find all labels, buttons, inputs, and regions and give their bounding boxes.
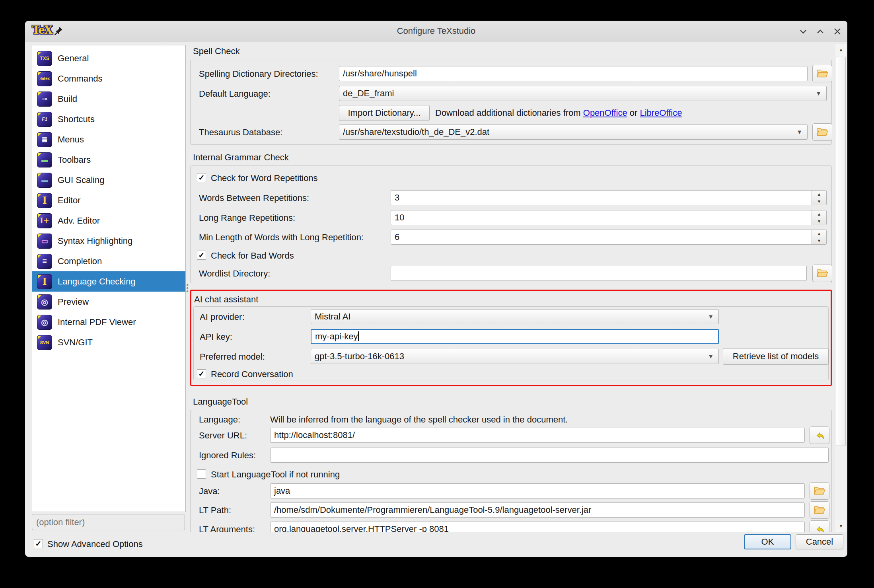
- cancel-button[interactable]: Cancel: [796, 534, 843, 549]
- lt-language-note: Will be inferred from the language of th…: [270, 415, 568, 425]
- long-range-stepper[interactable]: 10▲▼: [391, 210, 827, 225]
- spin-down-icon[interactable]: ▼: [812, 198, 826, 205]
- openoffice-link[interactable]: OpenOffice: [583, 108, 627, 118]
- sidebar-item-menus[interactable]: ≣Menus: [32, 129, 185, 150]
- settings-scroll-area: Spell Check Spelling Dictionary Director…: [190, 44, 833, 532]
- section-title-grammar: Internal Grammar Check: [193, 152, 289, 163]
- spin-up-icon[interactable]: ▲: [812, 191, 826, 198]
- retrieve-models-button[interactable]: Retrieve list of models: [723, 348, 829, 365]
- bad-words-checkbox[interactable]: [197, 251, 206, 260]
- java-input[interactable]: java: [270, 483, 805, 498]
- long-range-label: Long Range Repetitions:: [199, 213, 295, 223]
- splitter-handle[interactable]: ●●●: [186, 283, 189, 294]
- dict-dirs-label: Spelling Dictionary Directories:: [199, 69, 318, 79]
- toolbar-icon: ▬: [37, 152, 52, 167]
- sidebar-item-gui-scaling[interactable]: ▬GUI Scaling: [32, 170, 185, 190]
- window-maximize-icon[interactable]: [814, 25, 827, 37]
- configure-texstudio-dialog: TeX Configure TeXstudio TXSGeneral ›late…: [25, 21, 847, 557]
- words-between-stepper[interactable]: 3▲▼: [391, 190, 827, 205]
- window-close-icon[interactable]: [831, 25, 844, 37]
- window-title: Configure TeXstudio: [25, 26, 847, 36]
- sidebar-item-completion[interactable]: ≡Completion: [32, 251, 185, 271]
- text-cursor-plus-icon: I+: [37, 213, 52, 228]
- undo-arrow-icon: [814, 430, 825, 440]
- spin-down-icon[interactable]: ▼: [812, 218, 826, 225]
- java-browse-button[interactable]: [810, 482, 829, 500]
- folder-icon: [816, 268, 828, 278]
- sidebar-item-build[interactable]: ≡»Build: [32, 89, 185, 109]
- sidebar-item-label: GUI Scaling: [58, 175, 104, 185]
- api-key-field[interactable]: my-api-key: [311, 329, 719, 344]
- sidebar-item-toolbars[interactable]: ▬Toolbars: [32, 150, 185, 170]
- show-advanced-label: Show Advanced Options: [47, 539, 143, 549]
- server-url-input[interactable]: http://localhost:8081/: [270, 428, 805, 443]
- start-languagetool-checkbox[interactable]: [197, 469, 206, 479]
- libreoffice-link[interactable]: LibreOffice: [640, 108, 682, 118]
- sidebar-item-svn-git[interactable]: SVNSVN/GIT: [32, 332, 185, 352]
- server-url-reset-button[interactable]: [810, 426, 829, 444]
- import-dictionary-button[interactable]: Import Dictionary...: [339, 105, 430, 121]
- record-conversation-checkbox[interactable]: [197, 369, 206, 378]
- f1-key-icon: F1: [37, 112, 52, 127]
- highlight-box-icon: ▭: [37, 234, 52, 249]
- scroll-up-icon[interactable]: ▲: [835, 44, 847, 56]
- sidebar-item-label: Build: [58, 94, 77, 104]
- start-languagetool-label: Start LanguageTool if not running: [211, 469, 340, 480]
- option-filter-input[interactable]: [32, 514, 185, 530]
- ai-provider-select[interactable]: Mistral AI▼: [311, 309, 719, 324]
- show-advanced-checkbox[interactable]: [34, 539, 43, 548]
- sidebar-item-label: SVN/GIT: [58, 337, 93, 348]
- svn-icon: SVN: [37, 335, 52, 350]
- sidebar-item-preview[interactable]: ◎Preview: [32, 292, 185, 312]
- dropdown-arrow-icon: ▼: [796, 125, 802, 139]
- dict-dirs-input[interactable]: /usr/share/hunspell: [339, 66, 808, 81]
- ignored-rules-input[interactable]: [270, 448, 829, 463]
- record-conversation-label: Record Conversation: [211, 369, 293, 380]
- lt-arguments-reset-button[interactable]: [810, 520, 829, 532]
- dict-dirs-browse-button[interactable]: [812, 65, 832, 82]
- window-shade-icon[interactable]: [797, 25, 810, 37]
- text-cursor-icon: I: [37, 274, 52, 289]
- settings-category-list: TXSGeneral ›latexCommands ≡»Build F1Shor…: [32, 45, 186, 512]
- sidebar-item-internal-pdf-viewer[interactable]: ◎Internal PDF Viewer: [32, 312, 185, 332]
- wordlist-dir-input[interactable]: [391, 266, 807, 281]
- spin-up-icon[interactable]: ▲: [812, 230, 826, 237]
- preferred-model-select[interactable]: gpt-3.5-turbo-16k-0613▼: [311, 349, 719, 364]
- latex-commands-icon: ›latex: [37, 71, 52, 86]
- sidebar-item-commands[interactable]: ›latexCommands: [32, 68, 185, 89]
- desktop-background: { "window": { "title": "Configure TeXstu…: [0, 0, 874, 588]
- word-repetitions-checkbox[interactable]: [197, 173, 206, 182]
- lt-path-input[interactable]: /home/sdm/Dokumente/Programmieren/Langua…: [270, 502, 805, 518]
- wordlist-dir-browse-button[interactable]: [812, 265, 832, 282]
- spin-up-icon[interactable]: ▲: [812, 210, 826, 218]
- sidebar-item-syntax-highlighting[interactable]: ▭Syntax Highlighting: [32, 231, 185, 251]
- dropdown-arrow-icon: ▼: [708, 310, 714, 324]
- section-title-spell-check: Spell Check: [193, 46, 239, 56]
- ok-button[interactable]: OK: [744, 534, 791, 549]
- thesaurus-select[interactable]: /usr/share/texstudio/th_de_DE_v2.dat▼: [339, 125, 808, 140]
- sidebar-item-label: Commands: [58, 74, 102, 84]
- scrollbar-thumb[interactable]: [836, 57, 846, 446]
- spin-down-icon[interactable]: ▼: [812, 237, 826, 244]
- sidebar-item-adv-editor[interactable]: I+Adv. Editor: [32, 210, 185, 231]
- lt-path-browse-button[interactable]: [810, 501, 829, 519]
- sidebar-item-shortcuts[interactable]: F1Shortcuts: [32, 109, 185, 129]
- sidebar-item-general[interactable]: TXSGeneral: [32, 48, 185, 68]
- scroll-down-icon[interactable]: ▼: [835, 520, 847, 532]
- completion-list-icon: ≡: [37, 254, 52, 269]
- download-dictionaries-text: Download additional dictionaries from Op…: [435, 108, 682, 118]
- menu-list-icon: ≣: [37, 132, 52, 147]
- lt-arguments-input[interactable]: org.languagetool.server.HTTPServer -p 80…: [270, 522, 805, 532]
- default-language-select[interactable]: de_DE_frami▼: [339, 86, 827, 101]
- thesaurus-browse-button[interactable]: [812, 123, 832, 141]
- folder-icon: [814, 486, 825, 496]
- sidebar-item-editor[interactable]: IEditor: [32, 190, 185, 210]
- min-length-stepper[interactable]: 6▲▼: [391, 230, 827, 245]
- preferred-model-label: Preferred model:: [200, 352, 265, 362]
- title-bar[interactable]: TeX Configure TeXstudio: [25, 21, 847, 42]
- sidebar-item-language-checking[interactable]: ILanguage Checking: [32, 271, 185, 292]
- vertical-scrollbar[interactable]: ▲ ▼: [835, 44, 847, 532]
- sidebar-item-label: General: [58, 53, 89, 64]
- build-icon: ≡»: [37, 92, 52, 107]
- sidebar-item-label: Preview: [58, 297, 89, 307]
